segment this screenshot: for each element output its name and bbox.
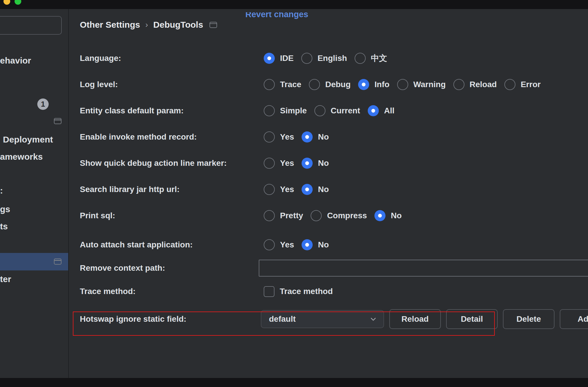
radio-option-warning[interactable]: Warning [397, 79, 446, 90]
radio-icon [453, 79, 464, 90]
radio-option-no[interactable]: No [302, 158, 329, 169]
field-label-entity-class-default-param: Entity class default param: [80, 98, 184, 124]
radio-option-option[interactable]: 中文 [355, 53, 387, 64]
radio-selected-icon [264, 53, 275, 64]
field-control-hotswap-ignore-static-field: defaultReloadDetailDeleteAdd [261, 306, 588, 332]
field-control-language: IDEEnglish中文 [264, 45, 387, 71]
radio-option-reload[interactable]: Reload [453, 79, 497, 90]
radio-option-pretty[interactable]: Pretty [264, 210, 303, 221]
radio-option-yes[interactable]: Yes [264, 184, 294, 195]
chevron-down-icon [369, 315, 377, 323]
radio-label: No [318, 159, 329, 168]
checkbox-icon [264, 286, 274, 297]
radio-option-trace[interactable]: Trace [264, 79, 301, 90]
reload-button[interactable]: Reload [389, 309, 441, 329]
radio-icon [264, 79, 275, 90]
radio-option-no[interactable]: No [302, 239, 329, 250]
radio-selected-icon [302, 158, 313, 169]
field-control-trace-method: Trace method [264, 278, 333, 305]
radio-label: Warning [413, 80, 446, 89]
field-control-print-sql: PrettyCompressNo [264, 203, 402, 229]
field-control-search-library-jar-http-url: YesNo [264, 176, 329, 203]
radio-label: Yes [280, 185, 294, 194]
minimize-button[interactable] [3, 0, 10, 5]
radio-icon [504, 79, 515, 90]
revert-changes-link[interactable]: Revert changes [245, 12, 308, 19]
radio-selected-icon [374, 210, 385, 221]
detail-button[interactable]: Detail [446, 309, 498, 329]
delete-button[interactable]: Delete [503, 309, 554, 329]
breadcrumb-other-settings[interactable]: Other Settings [80, 20, 140, 30]
field-label-print-sql: Print sql: [80, 203, 115, 229]
form-row-search-library-jar-http-url: Search library jar http url:YesNo [0, 176, 588, 203]
form-row-remove-context-path: Remove context path: [0, 255, 588, 281]
add-button[interactable]: Add [560, 309, 588, 329]
breadcrumb: Other Settings › DebugTools [80, 20, 217, 30]
radio-icon [264, 105, 275, 116]
form-row-enable-invoke-method-record: Enable invoke method record:YesNo [0, 124, 588, 150]
radio-label: 中文 [371, 53, 387, 64]
radio-label: No [391, 211, 402, 220]
radio-option-current[interactable]: Current [314, 105, 360, 116]
radio-label: Simple [280, 106, 307, 115]
radio-label: No [318, 132, 329, 142]
field-label-log-level: Log level: [80, 71, 118, 98]
radio-option-all[interactable]: All [368, 105, 395, 116]
form-row-print-sql: Print sql:PrettyCompressNo [0, 203, 588, 229]
radio-option-no[interactable]: No [302, 131, 329, 143]
search-input[interactable] [0, 16, 62, 35]
radio-option-info[interactable]: Info [358, 79, 389, 90]
radio-option-no[interactable]: No [374, 210, 402, 221]
radio-icon [355, 53, 366, 64]
radio-icon [264, 184, 275, 195]
radio-option-yes[interactable]: Yes [264, 131, 294, 143]
radio-selected-icon [302, 131, 313, 143]
window-icon [210, 22, 217, 28]
hotswap-ignore-static-field-dropdown[interactable]: default [261, 310, 384, 328]
radio-selected-icon [368, 105, 379, 116]
radio-label: Info [374, 80, 389, 89]
radio-icon [264, 210, 275, 221]
radio-icon [301, 53, 312, 64]
zoom-button[interactable] [15, 0, 21, 5]
radio-label: IDE [280, 54, 294, 63]
field-control-show-quick-debug-action-line-marker: YesNo [264, 150, 329, 176]
field-label-auto-attach-start-application: Auto attach start application: [80, 232, 193, 258]
radio-label: No [318, 185, 329, 194]
radio-option-error[interactable]: Error [504, 79, 541, 90]
radio-label: Reload [470, 80, 497, 89]
remove-context-path-input[interactable] [259, 260, 588, 277]
titlebar [0, 0, 588, 9]
radio-label: Yes [280, 132, 294, 142]
radio-icon [314, 105, 325, 116]
field-label-hotswap-ignore-static-field: Hotswap ignore static field: [80, 306, 186, 332]
bottombar [0, 378, 588, 387]
radio-option-yes[interactable]: Yes [264, 239, 294, 250]
form-row-show-quick-debug-action-line-marker: Show quick debug action line marker:YesN… [0, 150, 588, 176]
radio-icon [309, 79, 320, 90]
radio-selected-icon [302, 239, 313, 250]
radio-icon [264, 158, 275, 169]
revert-changes-clip: Revert changes [245, 12, 308, 21]
field-label-enable-invoke-method-record: Enable invoke method record: [80, 124, 197, 150]
radio-label: All [384, 106, 395, 115]
breadcrumb-debugtools: DebugTools [153, 20, 203, 30]
radio-icon [311, 210, 322, 221]
radio-label: Trace [280, 80, 301, 89]
form-row-log-level: Log level:TraceDebugInfoWarningReloadErr… [0, 71, 588, 98]
radio-option-yes[interactable]: Yes [264, 158, 294, 169]
chevron-right-icon: › [145, 20, 149, 29]
radio-option-debug[interactable]: Debug [309, 79, 351, 90]
checkbox-trace-method[interactable]: Trace method [264, 286, 333, 297]
radio-option-simple[interactable]: Simple [264, 105, 307, 116]
radio-option-compress[interactable]: Compress [311, 210, 367, 221]
field-control-remove-context-path [259, 255, 588, 281]
radio-option-ide[interactable]: IDE [264, 53, 294, 64]
field-label-language: Language: [80, 45, 121, 71]
radio-selected-icon [358, 79, 369, 90]
radio-icon [264, 239, 275, 250]
radio-option-english[interactable]: English [301, 53, 347, 64]
radio-option-no[interactable]: No [302, 184, 329, 195]
form-row-trace-method: Trace method:Trace method [0, 278, 588, 305]
radio-label: Current [331, 106, 360, 115]
